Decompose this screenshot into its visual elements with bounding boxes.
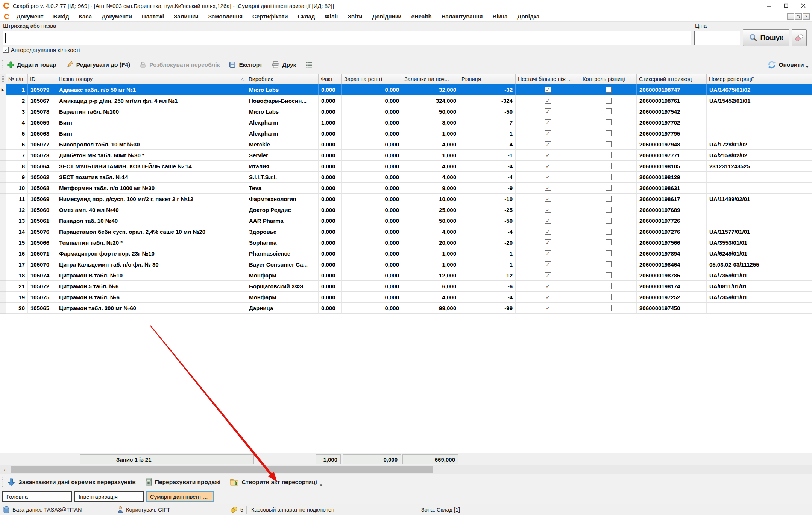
table-row[interactable]: 16105071Фармацитрон форте пор. 23г №10Ph…	[0, 248, 812, 259]
shortage-checkbox[interactable]: ✓	[545, 163, 551, 169]
shortage-checkbox[interactable]: ✓	[545, 119, 551, 125]
unlock-recount-button[interactable]: Розблокувати переоблік	[139, 61, 220, 69]
refresh-button[interactable]: Оновити ▾	[767, 60, 808, 69]
column-header-control_checked[interactable]: Контроль різниці	[580, 74, 637, 84]
column-header-n[interactable]: № п/п	[6, 74, 28, 84]
create-act-caret-icon[interactable]: ▾	[320, 483, 322, 488]
load-recounts-button[interactable]: Завантажити дані окремих перерахунків	[7, 478, 136, 487]
edit-button[interactable]: Редагувати до (F4)	[65, 61, 131, 69]
column-header-manufacturer[interactable]: Виробник	[246, 74, 319, 84]
table-row[interactable]: 10105068Метформин табл. п/о 1000 мг №30T…	[0, 183, 812, 194]
shortage-checkbox[interactable]: ✓	[545, 108, 551, 114]
menu-item-16[interactable]: Довідка	[518, 13, 540, 20]
search-button[interactable]: Пошук	[743, 29, 789, 46]
shortage-checkbox[interactable]: ✓	[545, 250, 551, 256]
autofix-quantity-checkbox[interactable]: ✓ Авторедагування кількості	[3, 47, 80, 53]
column-header-reg_number[interactable]: Номер регістрації	[707, 74, 812, 84]
shortage-checkbox[interactable]: ✓	[545, 272, 551, 278]
control-checkbox[interactable]	[606, 98, 612, 104]
table-row[interactable]: 4105059БинтAlexpharm1.0000,0008,000-7✓20…	[0, 117, 812, 128]
control-checkbox[interactable]	[606, 87, 612, 93]
menu-item-12[interactable]: Довідники	[372, 13, 402, 20]
column-header-id[interactable]: ID	[28, 74, 56, 84]
table-row[interactable]: 7105073Диабетон MR табл. 60мг №30 *Servi…	[0, 150, 812, 161]
table-row[interactable]: 17105070Цитра Кальцемин таб. п/о фл. № 3…	[0, 259, 812, 270]
table-row[interactable]: 20105065Цитрамон табл. 300 мг №60Дарница…	[0, 303, 812, 314]
control-checkbox[interactable]	[606, 261, 612, 267]
column-header-name[interactable]: Назва товару△	[56, 74, 246, 84]
control-checkbox[interactable]	[606, 218, 612, 224]
column-header-difference[interactable]: Різниця	[459, 74, 516, 84]
mdi-minimize-button[interactable]: –	[787, 13, 794, 20]
shortage-checkbox[interactable]: ✓	[545, 229, 551, 235]
shortage-checkbox[interactable]: ✓	[545, 207, 551, 213]
menu-item-10[interactable]: Філії	[325, 13, 338, 20]
control-checkbox[interactable]	[606, 207, 612, 213]
control-checkbox[interactable]	[606, 294, 612, 300]
menu-item-13[interactable]: eHealth	[411, 13, 432, 20]
shortage-checkbox[interactable]: ✓	[545, 185, 551, 191]
tab-1[interactable]: Головна	[2, 491, 72, 502]
table-row[interactable]: 18105074Цитрамон В табл. №10Монфарм0.000…	[0, 270, 812, 281]
control-checkbox[interactable]	[606, 239, 612, 245]
menu-item-8[interactable]: Сертифікати	[252, 13, 288, 20]
table-row[interactable]: 9105062ЗЕСТ позитив табл. №14S.l.l.T.S.r…	[0, 172, 812, 183]
menu-item-3[interactable]: Каса	[79, 13, 92, 20]
menu-item-6[interactable]: Залишки	[174, 13, 199, 20]
table-row[interactable]: ▶1105079Адамакс табл. п/о 50 мг №1Micro …	[0, 84, 812, 95]
table-row[interactable]: 14105076Парацетамол беби сусп. орал. 2,4…	[0, 226, 812, 237]
recalculate-sales-button[interactable]: Перерахувати продажі	[145, 478, 221, 486]
menu-item-15[interactable]: Вікна	[493, 13, 508, 20]
menu-item-9[interactable]: Склад	[297, 13, 315, 20]
print-button[interactable]: Друк	[272, 61, 296, 69]
table-row[interactable]: 3105078Баралгин табл. №100Micro Labs0.00…	[0, 106, 812, 117]
shortage-checkbox[interactable]: ✓	[545, 305, 551, 311]
column-header-now_on_rest[interactable]: Зараз на решті	[342, 74, 402, 84]
table-row[interactable]: 21105072Цитрамон 5 табл. №6Борщаговский …	[0, 281, 812, 292]
shortage-checkbox[interactable]: ✓	[545, 87, 551, 93]
create-resort-act-button[interactable]: Створити акт пересортиці	[229, 478, 317, 486]
table-row[interactable]: 13105061Панадол таб. 10 №40AAR Pharma0.0…	[0, 215, 812, 226]
table-row[interactable]: 2105067Амикацид р-р д/ин. 250 мг/мл фл. …	[0, 95, 812, 106]
control-checkbox[interactable]	[606, 196, 612, 202]
control-checkbox[interactable]	[606, 174, 612, 180]
export-button[interactable]: Експорт	[229, 61, 262, 69]
shortage-checkbox[interactable]: ✓	[545, 261, 551, 267]
shortage-checkbox[interactable]: ✓	[545, 283, 551, 289]
shortage-checkbox[interactable]: ✓	[545, 196, 551, 202]
tab-3[interactable]: Сумарні дані інвент ...	[146, 491, 214, 502]
row-indicator-header[interactable]	[0, 74, 6, 84]
control-checkbox[interactable]	[606, 229, 612, 235]
table-row[interactable]: 5105063БинтAlexpharm0.0000,0001,000-1✓20…	[0, 128, 812, 139]
control-checkbox[interactable]	[606, 305, 612, 311]
menu-item-7[interactable]: Замовлення	[208, 13, 243, 20]
scroll-left-arrow-icon[interactable]: ‹	[1, 465, 9, 474]
column-header-fact[interactable]: Факт	[319, 74, 342, 84]
column-header-sticker_barcode[interactable]: Стикерний штрихкод	[637, 74, 707, 84]
control-checkbox[interactable]	[606, 119, 612, 125]
control-checkbox[interactable]	[606, 250, 612, 256]
window-close-button[interactable]	[795, 0, 812, 11]
scrollbar-thumb[interactable]	[11, 466, 433, 473]
control-checkbox[interactable]	[606, 141, 612, 147]
control-checkbox[interactable]	[606, 163, 612, 169]
table-row[interactable]: 6105077Бисопролол табл. 10 мг №30Merckle…	[0, 139, 812, 150]
shortage-checkbox[interactable]: ✓	[545, 239, 551, 245]
menu-item-2[interactable]: Вихід	[53, 13, 69, 20]
shortage-checkbox[interactable]: ✓	[545, 130, 551, 136]
tab-2[interactable]: Інвентаризація	[74, 491, 144, 502]
control-checkbox[interactable]	[606, 283, 612, 289]
refresh-caret-icon[interactable]: ▾	[806, 64, 808, 69]
shortage-checkbox[interactable]: ✓	[545, 98, 551, 104]
column-header-start_balance[interactable]: Залишки на поч...	[402, 74, 459, 84]
mdi-restore-button[interactable]	[795, 13, 802, 20]
column-header-shortage_checked[interactable]: Нестачі більше ніж ...	[516, 74, 580, 84]
control-checkbox[interactable]	[606, 185, 612, 191]
shortage-checkbox[interactable]: ✓	[545, 141, 551, 147]
shortage-checkbox[interactable]: ✓	[545, 174, 551, 180]
clear-button[interactable]	[792, 29, 807, 46]
menu-item-5[interactable]: Платежі	[142, 13, 164, 20]
price-input[interactable]	[694, 31, 740, 45]
shortage-checkbox[interactable]: ✓	[545, 152, 551, 158]
menu-item-4[interactable]: Документи	[102, 13, 132, 20]
